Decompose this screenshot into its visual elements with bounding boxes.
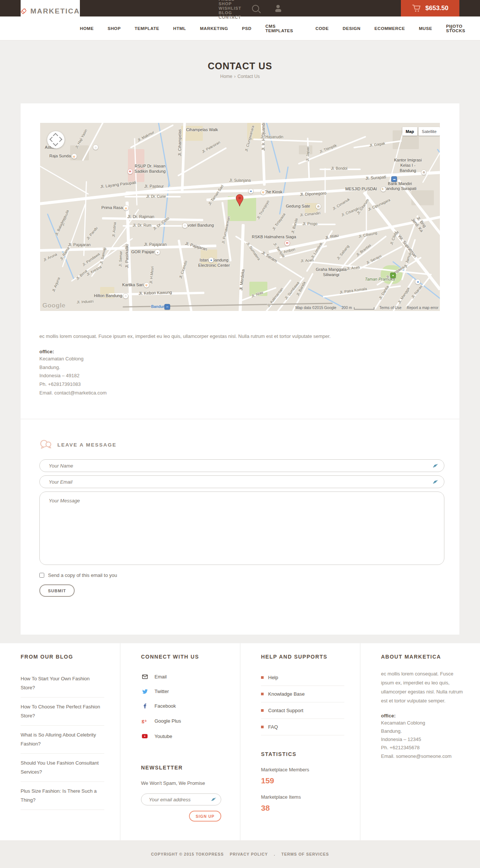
search-icon[interactable] — [252, 5, 259, 12]
map-poi-hospital-icon[interactable]: H — [127, 169, 133, 174]
map-poi-blue-icon[interactable]: ■ — [248, 188, 254, 194]
email-icon — [141, 674, 148, 680]
top-nav-item[interactable]: BLOG — [219, 10, 242, 15]
twitter-icon — [141, 688, 148, 695]
statistics-heading: STATISTICS — [261, 751, 344, 757]
pen-icon — [211, 796, 216, 803]
office-address-line: Email. contact@marketica.com — [39, 389, 441, 397]
top-nav-item[interactable]: CONTACT — [219, 15, 242, 19]
message-textarea[interactable] — [39, 492, 444, 565]
map-label: Jl. Semar — [118, 251, 123, 267]
map-terms-link[interactable]: Terms of Use — [380, 306, 402, 310]
bottom-bar: COPYRIGHT © 2015 TOKOPRESS PRIVACY POLIC… — [0, 840, 480, 868]
map-label: Jl. Sulanjana — [229, 178, 250, 183]
map-poi-bank-icon[interactable]: ▬ — [392, 176, 397, 182]
site-logo[interactable]: MARKETICA — [21, 0, 80, 22]
social-link[interactable]: Twitter — [141, 684, 224, 699]
social-link[interactable]: Facebook — [141, 699, 224, 713]
signup-button[interactable]: SIGN UP — [189, 811, 221, 822]
main-nav-item[interactable]: SHOP — [108, 26, 121, 31]
pan-right-icon[interactable] — [57, 137, 62, 142]
email-input[interactable] — [39, 475, 444, 488]
send-copy-row: Send a copy of this email to you — [39, 572, 444, 578]
cart-button[interactable]: $653.50 — [401, 0, 459, 16]
main-nav-item[interactable]: ECOMMERCE — [374, 26, 405, 31]
blog-link[interactable]: How To Choose The Perfect Fashion Store? — [21, 698, 104, 726]
help-link[interactable]: Help — [261, 669, 344, 686]
map-poi-blue-icon[interactable]: ■ — [415, 279, 421, 285]
main-nav-item[interactable]: MUSE — [419, 26, 432, 31]
map-poi-transit-icon[interactable]: ▭ — [164, 304, 170, 309]
main-nav-item[interactable]: DESIGN — [343, 26, 361, 31]
top-nav-list: PAGESSHOPWISHLISTBLOGCONTACT — [219, 0, 242, 19]
main-nav-item[interactable]: TEMPLATE — [135, 26, 159, 31]
main-nav-item[interactable]: CMS TEMPLATES — [266, 24, 302, 33]
map-poi-lodging-icon[interactable]: ⌂ — [182, 223, 188, 228]
map-poi-restaurant-icon[interactable]: ψ — [144, 282, 149, 288]
map-poi-lodging-icon[interactable]: ⌂ — [93, 145, 99, 150]
pan-left-icon[interactable] — [50, 137, 55, 142]
map-report-link[interactable]: Report a map error — [407, 306, 438, 310]
main-nav-item[interactable]: HOME — [80, 26, 94, 31]
map-marker-icon[interactable] — [236, 194, 244, 207]
google-map[interactable]: AstonCihampelas WalkJl. Haji YasinRaja S… — [40, 123, 440, 311]
submit-button[interactable]: SUBMIT — [39, 584, 75, 597]
social-link[interactable]: Youtube — [141, 729, 224, 744]
social-link[interactable]: Email — [141, 669, 224, 684]
map-type-satellite-button[interactable]: Satellite — [418, 127, 440, 136]
help-link[interactable]: FAQ — [261, 719, 344, 735]
gplus-icon: g+ — [141, 717, 148, 725]
pan-down-icon[interactable] — [53, 141, 58, 146]
top-nav-item[interactable]: SHOP — [219, 1, 242, 6]
name-input[interactable] — [39, 459, 444, 472]
form-heading-label: LEAVE A MESSAGE — [57, 442, 117, 448]
map-scale-bar — [354, 307, 374, 309]
map-poi-hospital-icon[interactable]: H — [284, 240, 290, 246]
help-link[interactable]: Knowladge Base — [261, 686, 344, 702]
map-poi-mosque-icon[interactable]: ☪ — [380, 186, 386, 192]
map-poi-restaurant-icon[interactable]: ψ — [123, 205, 129, 211]
map-label: Graha Manggala Siliwangi — [316, 267, 346, 278]
square-bullet-icon — [261, 726, 264, 728]
terms-link[interactable]: TERMS OF SERVICES — [281, 852, 329, 856]
social-link[interactable]: g+ Google Plus — [141, 713, 224, 729]
user-icon[interactable] — [275, 5, 282, 12]
pan-up-icon[interactable] — [53, 133, 58, 138]
newsletter-field-wrap — [141, 793, 221, 805]
statistic-label: Marketplace Items — [261, 794, 344, 800]
breadcrumb-home[interactable]: Home — [220, 74, 232, 79]
map-pan-control[interactable] — [47, 131, 64, 148]
map-type-map-button[interactable]: Map — [402, 127, 417, 136]
blog-link[interactable]: How To Start Your Own Fashion Store? — [21, 669, 104, 698]
main-nav-item[interactable]: MARKETING — [200, 26, 228, 31]
map-poi-museum-icon[interactable]: Π — [421, 170, 427, 175]
main-nav-item[interactable]: PSD — [242, 26, 251, 31]
about-address: Kecamatan CoblongBandung.Indonesia – 123… — [381, 719, 464, 760]
top-header: MARKETICA PAGESSHOPWISHLISTBLOGCONTACT $… — [0, 0, 480, 16]
pen-icon — [433, 479, 438, 486]
privacy-link[interactable]: PRIVACY POLICY — [230, 852, 268, 856]
blog-link[interactable]: Plus Size Fashion: Is There Such a Thing… — [21, 782, 104, 810]
map-poi-restaurant-icon[interactable]: ψ — [260, 189, 266, 195]
blog-link[interactable]: Should You Use Fashion Consultant Servic… — [21, 754, 104, 782]
map-poi-park-dot-icon[interactable]: ■ — [390, 272, 396, 278]
main-nav-item[interactable]: HTML — [173, 26, 186, 31]
main-nav-item[interactable]: CODE — [315, 26, 329, 31]
map-label: Jl. Kresna — [86, 264, 103, 277]
send-copy-checkbox[interactable] — [39, 573, 44, 578]
chevron-down-icon[interactable] — [450, 25, 453, 31]
newsletter-email-input[interactable] — [141, 793, 221, 805]
blog-link[interactable]: What is So Alluring About Celebrity Fash… — [21, 726, 104, 754]
map-poi-dot-icon[interactable]: ● — [155, 249, 160, 255]
help-link[interactable]: Contact Support — [261, 702, 344, 719]
copyright-text: COPYRIGHT © 2015 TOKOPRESS — [151, 852, 224, 856]
map-label: Jl. Dr. Rajiman — [128, 214, 154, 220]
map-poi-lodging-icon[interactable]: ⌂ — [123, 293, 129, 299]
top-nav-item[interactable]: WISHLIST — [219, 6, 242, 10]
map-poi-blue-icon[interactable]: ■ — [208, 257, 214, 263]
map-poi-museum-icon[interactable]: Π — [315, 204, 321, 209]
map-label: Jl. Hasanudin — [261, 135, 284, 140]
map-label: Jl. Serayu — [366, 254, 382, 266]
footer-about-column: ABOUT MARKETICA ec mollis lorem consequa… — [360, 643, 480, 840]
map-poi-restaurant-icon[interactable]: ψ — [71, 154, 77, 159]
